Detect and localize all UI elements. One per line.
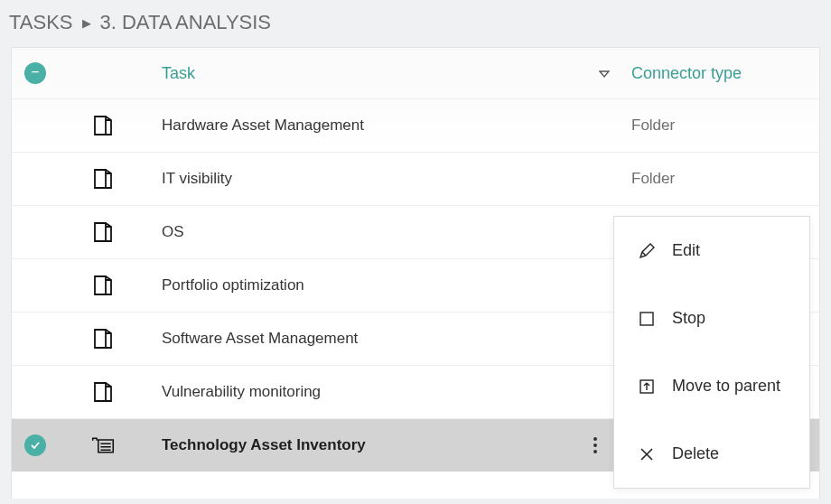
- edit-icon: [638, 242, 656, 260]
- stop-icon: [638, 310, 656, 328]
- folder-icon: [91, 114, 131, 137]
- task-name: OS: [162, 223, 184, 241]
- table-header: − Task Connector type: [12, 48, 819, 98]
- sort-indicator-icon[interactable]: [599, 65, 610, 81]
- breadcrumb-root[interactable]: TASKS: [9, 11, 73, 34]
- more-actions-button[interactable]: [593, 437, 597, 453]
- table-row[interactable]: IT visibilityFolder: [12, 152, 819, 205]
- minus-icon: −: [31, 65, 39, 79]
- menu-move-label: Move to parent: [672, 377, 780, 396]
- task-icon: [91, 434, 131, 457]
- connector-type: Folder: [631, 170, 675, 188]
- folder-icon: [91, 167, 131, 191]
- collapse-all-button[interactable]: −: [24, 62, 46, 84]
- breadcrumb-current: 3. DATA ANALYSIS: [100, 11, 272, 34]
- task-name: Vulnerability monitoring: [162, 383, 321, 401]
- chevron-right-icon: ▶: [82, 16, 91, 30]
- close-icon: [638, 445, 656, 463]
- menu-edit-label: Edit: [672, 241, 700, 260]
- breadcrumb: TASKS ▶ 3. DATA ANALYSIS: [0, 0, 831, 47]
- task-name: Hardware Asset Management: [162, 117, 364, 135]
- column-header-task[interactable]: Task: [162, 64, 195, 83]
- task-name: Portfolio optimization: [162, 276, 304, 294]
- check-icon: [24, 434, 46, 456]
- menu-item-delete[interactable]: Delete: [614, 420, 809, 488]
- folder-icon: [91, 274, 131, 297]
- folder-icon: [91, 220, 131, 244]
- menu-item-stop[interactable]: Stop: [614, 285, 809, 352]
- connector-type: Folder: [631, 117, 675, 135]
- context-menu: Edit Stop Move to parent Delete: [613, 216, 810, 489]
- menu-item-edit[interactable]: Edit: [614, 217, 809, 285]
- folder-icon: [91, 327, 131, 350]
- move-icon: [638, 378, 656, 396]
- task-name: Software Asset Management: [162, 330, 358, 348]
- column-header-connector[interactable]: Connector type: [631, 64, 742, 83]
- row-select-cell[interactable]: [24, 434, 46, 456]
- menu-delete-label: Delete: [672, 444, 719, 463]
- folder-icon: [91, 380, 131, 404]
- menu-item-move[interactable]: Move to parent: [614, 352, 809, 420]
- task-name: Technology Asset Inventory: [162, 436, 366, 454]
- table-row[interactable]: Hardware Asset ManagementFolder: [12, 98, 819, 152]
- svg-rect-0: [640, 313, 653, 325]
- task-name: IT visibility: [162, 170, 232, 188]
- menu-stop-label: Stop: [672, 309, 705, 328]
